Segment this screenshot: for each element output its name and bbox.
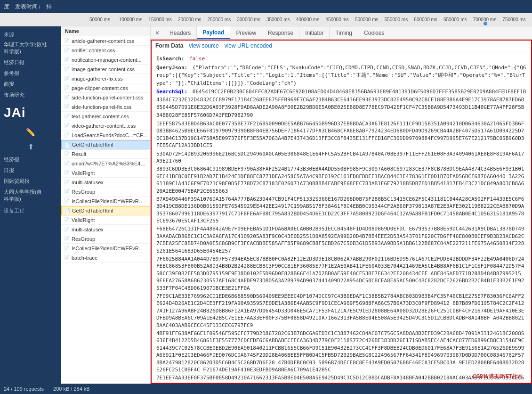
top-bar-sort[interactable]: 排 bbox=[46, 3, 52, 11]
tab-payload[interactable]: Payload bbox=[197, 26, 230, 39]
sidebar-item-4[interactable]: 市场研究 bbox=[0, 90, 61, 100]
file-icon-1: 📄 bbox=[64, 48, 70, 53]
timeline-mark-8: 450000 ms bbox=[325, 17, 348, 22]
is-search-value: false bbox=[189, 56, 205, 62]
top-bar: 度 发表时间↓ 排 bbox=[0, 0, 532, 13]
tab-preview[interactable]: Preview bbox=[230, 26, 262, 39]
sidebar-item-6[interactable]: 日报 bbox=[0, 165, 61, 176]
file-name-5: page-clipper-content.css bbox=[72, 85, 128, 91]
hex-line-8: 7E1EE7AA33EF0F375BF0858D49210A71662313FA… bbox=[156, 374, 526, 383]
tabs-row: ✕ HeadersPayloadPreviewResponseInitiator… bbox=[151, 26, 532, 40]
file-list-scroll: 📄article-gatherer-content.css📄notifier-c… bbox=[61, 36, 150, 384]
file-item-13[interactable]: 📄union?w=%7E7%A2%B3%E4%B... bbox=[61, 159, 150, 168]
jai-text: JAi bbox=[0, 100, 61, 125]
file-item-23[interactable]: 📄batch-trace bbox=[61, 253, 150, 263]
file-icon-23: 📄 bbox=[64, 255, 70, 260]
file-name-12: Result bbox=[72, 151, 86, 157]
sidebar-item-2[interactable]: 参考报 bbox=[0, 68, 61, 79]
timeline-mark-1: 100000 ms bbox=[119, 17, 142, 22]
file-icon-9: 📄 bbox=[64, 123, 70, 128]
sidebar-item-5[interactable]: 经济报 bbox=[0, 154, 61, 165]
file-name-23: batch-trace bbox=[72, 255, 97, 261]
pencil-icon-btn[interactable]: ✏️ bbox=[0, 125, 61, 140]
hex-line-4: F68E64726C131F4A48B42A9E7F09EFEBA51D1FDA… bbox=[156, 225, 526, 254]
file-item-7[interactable]: 📄side-function-panel-fix.css bbox=[61, 102, 150, 112]
top-bar-time[interactable]: 发表时间↓ bbox=[15, 3, 40, 11]
file-name-18: GetGridTableHtml bbox=[72, 208, 113, 213]
file-name-11: GetGridTableHtml bbox=[72, 142, 113, 148]
file-list-panel: Name 📄article-gatherer-content.css📄notif… bbox=[61, 26, 151, 384]
file-item-9[interactable]: 📄video-gatherer-content...css bbox=[61, 121, 150, 131]
file-name-17: IsCollectFile?idenID=WEEvREc... bbox=[72, 198, 147, 204]
top-bar-degree[interactable]: 度 bbox=[4, 3, 9, 11]
file-item-18[interactable]: 📄GetGridTableHtml bbox=[61, 206, 150, 215]
file-item-0[interactable]: 📄article-gatherer-content.css bbox=[61, 36, 150, 46]
file-name-15: multi-statusex bbox=[72, 180, 104, 185]
file-name-3: image-gatherer-content.css bbox=[72, 66, 135, 72]
file-item-17[interactable]: 📄IsCollectFile?idenID=WEEvREc... bbox=[61, 197, 150, 206]
file-item-16[interactable]: 📄ResGroup bbox=[61, 187, 150, 197]
file-item-6[interactable]: 📄side-function-panel-content.css bbox=[61, 93, 150, 102]
tab-response[interactable]: Response bbox=[262, 26, 299, 39]
file-icon-0: 📄 bbox=[64, 38, 70, 43]
is-search-false: false bbox=[189, 56, 205, 62]
file-name-14: ValidRight bbox=[72, 170, 95, 176]
close-button[interactable]: ✕ bbox=[153, 28, 162, 38]
content-area[interactable]: IsSearch: false QueryJson: {"Platform":"… bbox=[152, 51, 531, 383]
file-item-12[interactable]: 📄Result bbox=[61, 149, 150, 159]
file-item-4[interactable]: 📄image-gatherer-fix.css bbox=[61, 74, 150, 83]
file-item-22[interactable]: 📄IsCollectFile?idenID=WEEvREC... bbox=[61, 244, 150, 253]
file-icon-12: 📄 bbox=[64, 151, 70, 156]
file-item-21[interactable]: 📄ResGroup bbox=[61, 234, 150, 244]
sidebar-item-3[interactable]: 商报 bbox=[0, 79, 61, 90]
search-sql-label: SearchSql: bbox=[156, 89, 187, 95]
file-item-15[interactable]: 📄multi-statusex bbox=[61, 178, 150, 187]
timeline-mark-2: 150000 ms bbox=[148, 17, 171, 22]
file-item-1[interactable]: 📄notifier-content.css bbox=[61, 46, 150, 55]
file-icon-2: 📄 bbox=[64, 57, 70, 62]
file-name-16: ResGroup bbox=[72, 189, 95, 195]
file-icon-13: 📄 bbox=[64, 161, 70, 166]
is-search-line: IsSearch: false bbox=[156, 55, 526, 63]
timeline-mark-11: 600000 ms bbox=[414, 17, 437, 22]
file-icon-22: 📄 bbox=[64, 246, 70, 251]
tab-cookies[interactable]: Cookies bbox=[358, 26, 390, 39]
file-name-21: ResGroup bbox=[72, 236, 95, 242]
file-item-10[interactable]: 📄LoadSearchFunds?docC...=CF... bbox=[61, 131, 150, 140]
file-name-8: text-gatherer-content.css bbox=[72, 114, 129, 119]
file-name-22: IsCollectFile?idenID=WEEvREC... bbox=[72, 246, 147, 251]
view-url-encoded-link[interactable]: view URL-encoded bbox=[225, 42, 272, 49]
sidebar-item-0[interactable]: 华理工大学学报(社科学版) bbox=[0, 39, 61, 57]
file-item-19[interactable]: 📄ValidRight bbox=[61, 215, 150, 225]
file-item-5[interactable]: 📄page-clipper-content.css bbox=[61, 83, 150, 93]
up-icon-btn[interactable]: ⬆ bbox=[0, 140, 61, 154]
source-label: 来源 bbox=[0, 28, 61, 39]
file-item-20[interactable]: 📄multi-statusex bbox=[61, 225, 150, 234]
file-name-19: ValidRight bbox=[72, 217, 95, 223]
sidebar-item-1[interactable]: 经济日报 bbox=[0, 57, 61, 68]
hex-line-6: 7F09C1AE33E769962CD1EDE6B688590D569409EE… bbox=[156, 293, 526, 329]
file-item-3[interactable]: 📄image-gatherer-content.css bbox=[61, 65, 150, 74]
file-item-14[interactable]: 📄ValidRight bbox=[61, 168, 150, 178]
file-name-7: side-function-panel-fix.css bbox=[72, 104, 131, 110]
file-name-13: union?w=%7E7%A2%B3%E4%B... bbox=[72, 161, 147, 166]
file-icon-16: 📄 bbox=[64, 189, 70, 194]
file-name-9: video-gatherer-content...css bbox=[72, 123, 136, 129]
file-item-2[interactable]: 📄notification-manager-content... bbox=[61, 55, 150, 65]
view-source-link[interactable]: view source bbox=[189, 42, 218, 49]
file-name-1: notifier-content.css bbox=[72, 48, 115, 53]
timeline-mark-9: 500000 ms bbox=[355, 17, 378, 22]
timeline-mark-7: 400000 ms bbox=[296, 17, 319, 22]
sidebar-item-8[interactable]: 大同大学学报(自科学版) bbox=[0, 187, 61, 205]
tab-headers[interactable]: Headers bbox=[164, 26, 197, 39]
tab-initiator[interactable]: Initiator bbox=[299, 26, 330, 39]
file-item-11[interactable]: 📄GetGridTableHtml bbox=[61, 140, 150, 149]
left-sidebar: 来源 华理工大学学报(社科学版) 经济日报 参考报 商报 市场研究 JAi ✏️… bbox=[0, 26, 61, 384]
tab-timing[interactable]: Timing bbox=[330, 26, 358, 39]
file-name-6: side-function-panel-content.css bbox=[72, 95, 143, 100]
sidebar-item-7[interactable]: 国际贸易报 bbox=[0, 176, 61, 187]
file-item-8[interactable]: 📄text-gatherer-content.css bbox=[61, 112, 150, 121]
file-icon-11: 📄 bbox=[64, 142, 70, 148]
hex-line-2: 3893C6DD3E3C06864C91989BDEF9790A38FAF252… bbox=[156, 165, 526, 195]
file-name-2: notification-manager-content... bbox=[72, 57, 142, 63]
